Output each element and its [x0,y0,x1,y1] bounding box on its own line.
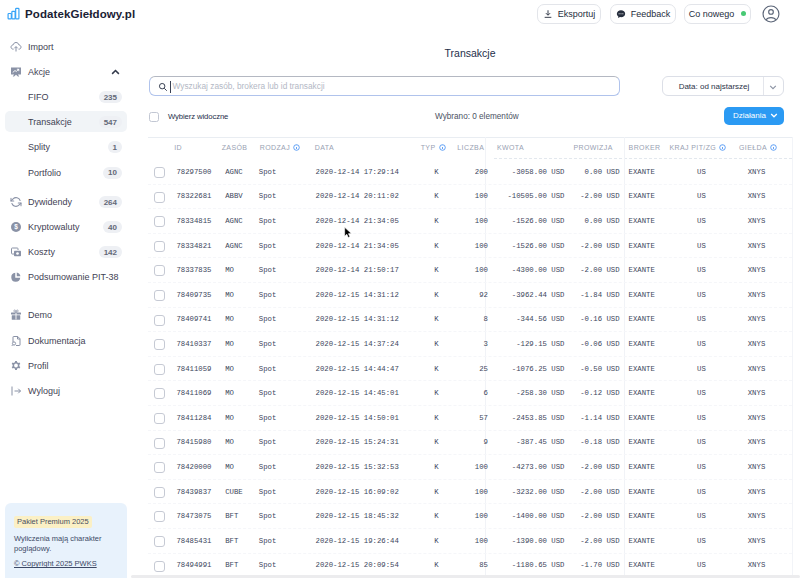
svg-text:$: $ [14,223,18,231]
